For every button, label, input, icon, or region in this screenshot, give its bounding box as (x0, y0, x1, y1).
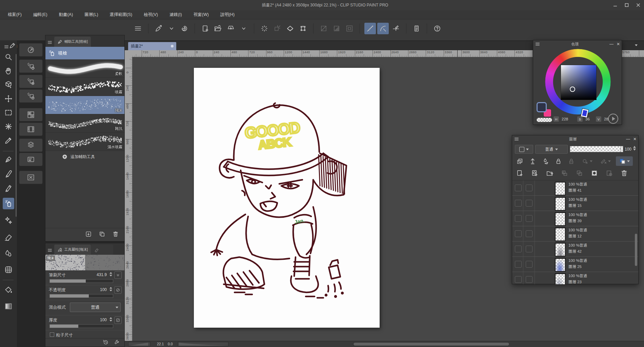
tool-hand-icon[interactable] (3, 65, 14, 77)
clip-studio-swirl-icon[interactable] (179, 23, 190, 34)
layer-row-圖層 12[interactable]: 100 %普通 圖層 12 (512, 226, 638, 242)
snap-ruler-icon[interactable] (364, 23, 376, 34)
toolstrip-scrollbar[interactable] (16, 54, 17, 217)
hamburger-menu-icon[interactable] (132, 23, 144, 34)
brush-item-柔軟[interactable]: 柔軟 (45, 59, 124, 78)
prop-spinner[interactable] (109, 317, 112, 322)
minimize-icon[interactable] (609, 0, 621, 10)
layer-checkbox-b[interactable] (526, 215, 532, 222)
layer-checkbox-b[interactable] (526, 230, 532, 237)
menu-item-1[interactable]: 編輯(E) (27, 10, 53, 19)
layer-scrollbar[interactable] (635, 234, 637, 266)
layer-thumbnail[interactable] (555, 182, 566, 195)
close-icon[interactable] (632, 0, 644, 10)
layer-thumbnail[interactable] (555, 228, 566, 241)
tool-blend-icon[interactable] (3, 248, 14, 259)
blend-mode-dropdown[interactable]: 普通 (70, 303, 121, 312)
tool-zoom-icon[interactable] (3, 51, 14, 63)
menu-item-6[interactable]: 濾鏡(I) (164, 10, 188, 19)
tool-eyedropper-icon[interactable] (3, 135, 14, 146)
blend-mode-dropdown[interactable]: 普通 (535, 145, 568, 154)
material-stack-button[interactable] (19, 138, 43, 152)
brush-item-噴霧[interactable]: 噴霧 (45, 78, 124, 96)
layer-row-圖層 15[interactable]: 100 %普通 圖層 15 (512, 196, 638, 211)
delete-subtool-icon[interactable] (112, 231, 119, 239)
sparkle-burst-icon[interactable] (259, 23, 270, 34)
subtool-tab[interactable]: 輔助工具[噴槍] (54, 37, 91, 47)
transparent-color-swatch[interactable] (537, 118, 552, 122)
layer-thumbnail[interactable] (555, 197, 566, 211)
workspace-pen-icon[interactable] (153, 23, 164, 34)
panel-grid-icon[interactable] (411, 23, 422, 34)
tool-marker-icon[interactable] (3, 182, 14, 194)
colorwheel-minimize-icon[interactable]: — (608, 42, 615, 46)
new-raster-layer-icon[interactable] (515, 168, 524, 178)
tool-marquee-icon[interactable] (3, 107, 14, 118)
layer-color-icon[interactable] (616, 156, 633, 166)
expand-icon[interactable] (50, 332, 54, 337)
reset-settings-icon[interactable] (103, 339, 108, 346)
lock-layer-icon[interactable] (554, 156, 563, 166)
hsv-value-V[interactable]: 28 (604, 117, 608, 121)
tool-operate-icon[interactable] (3, 79, 14, 91)
layer-checkbox-a[interactable] (515, 261, 522, 268)
airbrush-settings-button[interactable] (19, 75, 43, 88)
export-save-icon[interactable] (225, 23, 237, 34)
canvas-tab[interactable]: 插畫2* (128, 42, 176, 50)
sv-indicator[interactable] (570, 86, 575, 92)
layer-row-圖層 25[interactable]: 100 %普通 圖層 25 (512, 257, 638, 272)
quick-access-button[interactable] (19, 43, 43, 57)
menu-item-7[interactable]: 視窗(W) (188, 10, 215, 19)
layer-minimize-icon[interactable]: — (625, 137, 631, 141)
rotation-slider[interactable] (178, 342, 228, 346)
colorwheel-close-icon[interactable]: ✕ (615, 42, 622, 46)
subtool-group-airbrush[interactable]: 噴槍 (45, 47, 124, 59)
opacity-spinner[interactable] (633, 146, 636, 151)
saturation-value-square[interactable] (561, 65, 597, 100)
tool-decoration-icon[interactable] (3, 215, 14, 226)
chevron-down-icon[interactable] (238, 23, 249, 34)
layer-thumbnail[interactable] (555, 273, 566, 284)
layer-row-圖層 39[interactable]: 100 %普通 圖層 39 (512, 211, 638, 226)
prop-slider[interactable] (49, 279, 113, 283)
reference-layer-icon[interactable] (528, 156, 537, 166)
menu-item-3[interactable]: 圖層(L) (79, 10, 104, 19)
new-canvas-icon[interactable] (199, 23, 211, 34)
add-mask-icon[interactable] (589, 168, 599, 178)
airbrush-config-button[interactable] (19, 59, 43, 73)
settings-wrench-icon[interactable] (114, 339, 120, 346)
toolprop-menu-icon[interactable] (45, 246, 54, 255)
layer-row-圖層 23[interactable]: 100 %普通 圖層 23 (512, 272, 638, 284)
brush-item-雜訊[interactable]: 雜訊 (45, 114, 124, 133)
circle-slash-icon[interactable] (114, 286, 122, 294)
chevron-down-icon[interactable] (166, 23, 177, 34)
layer-checkbox-b[interactable] (526, 200, 532, 207)
hsv-value-S[interactable]: 36 (585, 117, 590, 121)
transform-frame-icon[interactable] (297, 23, 309, 34)
tool-tab-pen-icon[interactable] (9, 42, 16, 49)
tool-figure-icon[interactable] (3, 264, 14, 275)
tool-pencil-icon[interactable] (3, 168, 14, 179)
animation-cels-button[interactable] (19, 122, 43, 136)
canvas-page[interactable]: GOOOD ABCK Jan. (194, 68, 380, 328)
layer-thumbnail[interactable] (555, 258, 566, 272)
snap-special-ruler-icon[interactable] (377, 23, 389, 34)
maximize-icon[interactable] (621, 0, 632, 10)
tool-eraser-icon[interactable] (3, 232, 14, 243)
duplicate-subtool-icon[interactable] (99, 231, 105, 239)
dbl-chevron-icon[interactable] (114, 271, 122, 279)
layer-checkbox-a[interactable] (515, 276, 522, 283)
tab-close-dot[interactable] (171, 45, 174, 47)
new-vector-layer-icon[interactable] (530, 168, 539, 178)
prop-spinner[interactable] (109, 272, 112, 276)
pen-square-icon[interactable] (114, 316, 122, 324)
add-subtool-button[interactable]: 追加輔助工具 (45, 151, 124, 162)
brush-item-飛沫[interactable]: 飛沫 (45, 96, 124, 114)
menu-item-4[interactable]: 選擇範圍(S) (104, 10, 138, 19)
layer-row-圖層 41[interactable]: 100 %普通 圖層 41 (512, 180, 638, 196)
dock-collapse-chevron-icon[interactable] (632, 42, 641, 48)
tool-auto-select-icon[interactable] (3, 121, 14, 132)
layer-checkbox-a[interactable] (515, 215, 522, 222)
toolprop-tab[interactable]: 工具屬性[飛沫] (54, 245, 91, 255)
menu-item-5[interactable]: 檢視(V) (138, 10, 164, 19)
